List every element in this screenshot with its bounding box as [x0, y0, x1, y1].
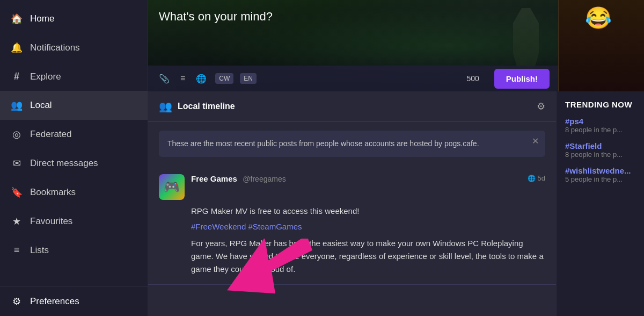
sidebar-label-home: Home [30, 13, 54, 24]
sidebar-label-bookmarks: Bookmarks [30, 187, 76, 198]
timeline-settings-icon[interactable]: ⚙ [537, 100, 545, 112]
post-content: RPG Maker MV is free to access this week… [159, 205, 545, 218]
trending-item[interactable]: #ps4 8 people in the p... [565, 117, 635, 134]
trending-count: 5 people in the p... [565, 175, 635, 183]
sidebar-item-direct-messages[interactable]: ✉ Direct messages [0, 149, 148, 178]
compose-header: What's on your mind? [159, 10, 273, 24]
trending-tag: #ps4 [565, 117, 635, 126]
post-author: Free Games [191, 174, 237, 183]
sidebar-icon-notifications: 🔔 [11, 42, 23, 54]
sidebar-icon-bookmarks: 🔖 [11, 186, 23, 198]
sidebar-label-lists: Lists [30, 245, 49, 256]
post-globe-icon: 🌐 [528, 175, 536, 182]
sidebar-bottom: ⚙ Preferences [0, 286, 148, 316]
publish-button[interactable]: Publish! [494, 69, 550, 89]
timeline-title: 👥 Local timeline [159, 100, 235, 113]
info-banner: These are the most recent public posts f… [159, 131, 545, 157]
post-meta: Free Games @freegames [191, 174, 521, 184]
trending-items-list: #ps4 8 people in the p... #Starfield 8 p… [565, 117, 635, 183]
sidebar-icon-explore: # [11, 71, 23, 82]
trending-item[interactable]: #Starfield 8 people in the p... [565, 141, 635, 159]
cw-badge[interactable]: CW [215, 73, 233, 84]
sidebar-icon-lists: ≡ [11, 245, 23, 256]
sidebar-item-favourites[interactable]: ★ Favourites [0, 207, 148, 236]
hero-banner: 😂 What's on your mind? 📎 ≡ 🌐 CW EN 500 P… [148, 0, 644, 91]
sidebar-label-notifications: Notifications [30, 42, 80, 53]
info-banner-text: These are the most recent public posts f… [167, 138, 537, 149]
trending-count: 8 people in the p... [565, 126, 635, 134]
sidebar-icon-direct-messages: ✉ [11, 157, 23, 169]
sidebar-icon-preferences: ⚙ [11, 296, 23, 307]
lang-badge[interactable]: EN [240, 73, 257, 84]
post-time: 🌐 5d [528, 174, 545, 182]
hero-emoji: 😂 [585, 5, 612, 31]
sidebar-label-direct-messages: Direct messages [30, 158, 98, 169]
sidebar-item-preferences[interactable]: ⚙ Preferences [0, 287, 148, 316]
post-author-line: Free Games @freegames [191, 174, 521, 184]
post-handle: @freegames [243, 175, 286, 183]
post-time-value: 5d [538, 174, 545, 182]
trending-tag: #Starfield [565, 141, 635, 150]
sidebar-item-local[interactable]: 👥 Local [0, 91, 148, 120]
compose-toolbar: 📎 ≡ 🌐 CW EN 500 Publish! [148, 66, 558, 91]
sidebar-item-bookmarks[interactable]: 🔖 Bookmarks [0, 178, 148, 207]
sidebar-icon-local: 👥 [11, 99, 23, 111]
trending-title: TRENDING NOW [565, 100, 635, 109]
sidebar-item-lists[interactable]: ≡ Lists [0, 236, 148, 264]
timeline-title-text: Local timeline [178, 102, 235, 111]
sidebar-label-preferences: Preferences [30, 296, 79, 307]
post-card: 🎮 Free Games @freegames 🌐 5d RPG Maker M… [148, 166, 556, 285]
trending-item[interactable]: #wishlistwedne... 5 people in the p... [565, 166, 635, 183]
avatar: 🎮 [159, 174, 185, 200]
post-tags-text: #FreeWeekend #SteamGames [191, 222, 302, 231]
attachment-icon[interactable]: 📎 [157, 71, 172, 86]
sidebar-label-local: Local [30, 100, 52, 111]
sidebar-item-federated[interactable]: ◎ Federated [0, 120, 148, 149]
globe-icon[interactable]: 🌐 [194, 71, 209, 86]
sidebar-label-explore: Explore [30, 71, 61, 82]
post-tags: #FreeWeekend #SteamGames [159, 221, 545, 233]
sidebar-item-home[interactable]: 🏠 Home [0, 4, 148, 33]
sidebar-icon-home: 🏠 [11, 13, 23, 25]
avatar-image: 🎮 [159, 174, 185, 200]
char-count: 500 [466, 74, 479, 83]
sidebar-item-notifications[interactable]: 🔔 Notifications [0, 33, 148, 62]
post-header: 🎮 Free Games @freegames 🌐 5d [159, 174, 545, 200]
timeline-icon: 👥 [159, 100, 172, 113]
main-content: 😂 What's on your mind? 📎 ≡ 🌐 CW EN 500 P… [148, 0, 644, 316]
trending-count: 8 people in the p... [565, 150, 635, 159]
timeline-panel: 👥 Local timeline ⚙ These are the most re… [148, 91, 556, 316]
info-close-button[interactable]: ✕ [532, 136, 539, 146]
sidebar-icon-favourites: ★ [11, 216, 23, 227]
trending-tag: #wishlistwedne... [565, 166, 635, 175]
sidebar-label-favourites: Favourites [30, 216, 72, 227]
formatting-icon[interactable]: ≡ [178, 71, 187, 85]
trending-panel: TRENDING NOW #ps4 8 people in the p... #… [556, 91, 644, 316]
post-expand-text: For years, RPG Maker has been the easies… [159, 237, 545, 276]
post-text: RPG Maker MV is free to access this week… [191, 206, 359, 216]
sidebar-nav: 🏠 Home 🔔 Notifications # Explore 👥 Local… [0, 0, 148, 286]
sidebar: 🏠 Home 🔔 Notifications # Explore 👥 Local… [0, 0, 148, 316]
timeline-header: 👥 Local timeline ⚙ [148, 91, 556, 122]
sidebar-item-explore[interactable]: # Explore [0, 62, 148, 91]
sidebar-icon-federated: ◎ [11, 128, 23, 140]
compose-placeholder-text: What's on your mind? [159, 10, 273, 23]
sidebar-label-federated: Federated [30, 129, 72, 140]
hero-right-strip: 😂 [558, 0, 644, 91]
